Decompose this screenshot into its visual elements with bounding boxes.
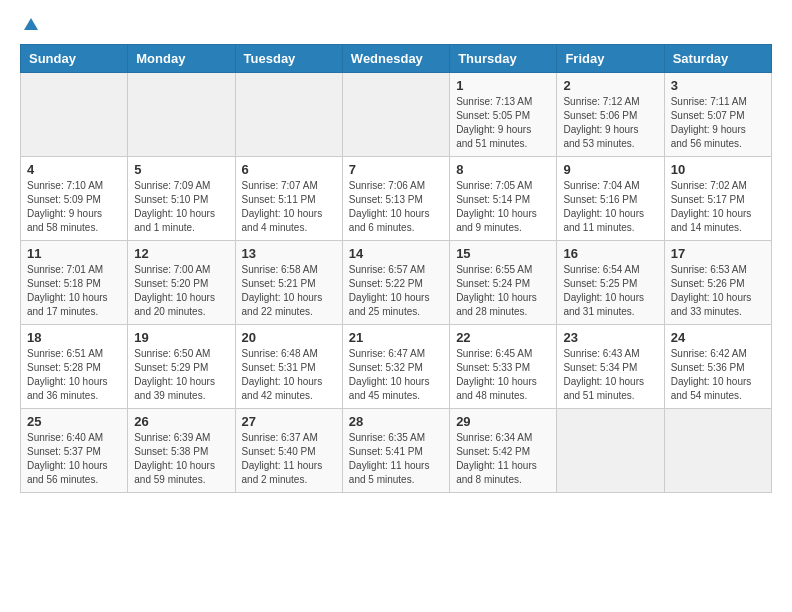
day-info: Sunrise: 6:55 AM Sunset: 5:24 PM Dayligh… (456, 263, 550, 319)
calendar-cell: 10Sunrise: 7:02 AM Sunset: 5:17 PM Dayli… (664, 157, 771, 241)
calendar-cell: 8Sunrise: 7:05 AM Sunset: 5:14 PM Daylig… (450, 157, 557, 241)
calendar-cell: 5Sunrise: 7:09 AM Sunset: 5:10 PM Daylig… (128, 157, 235, 241)
calendar-cell: 29Sunrise: 6:34 AM Sunset: 5:42 PM Dayli… (450, 409, 557, 493)
day-info: Sunrise: 7:12 AM Sunset: 5:06 PM Dayligh… (563, 95, 657, 151)
calendar-header-row: SundayMondayTuesdayWednesdayThursdayFrid… (21, 45, 772, 73)
day-number: 27 (242, 414, 336, 429)
calendar-cell (21, 73, 128, 157)
day-number: 8 (456, 162, 550, 177)
day-info: Sunrise: 6:50 AM Sunset: 5:29 PM Dayligh… (134, 347, 228, 403)
calendar-cell: 18Sunrise: 6:51 AM Sunset: 5:28 PM Dayli… (21, 325, 128, 409)
day-info: Sunrise: 7:01 AM Sunset: 5:18 PM Dayligh… (27, 263, 121, 319)
weekday-header: Sunday (21, 45, 128, 73)
day-info: Sunrise: 7:06 AM Sunset: 5:13 PM Dayligh… (349, 179, 443, 235)
day-info: Sunrise: 6:53 AM Sunset: 5:26 PM Dayligh… (671, 263, 765, 319)
day-info: Sunrise: 7:05 AM Sunset: 5:14 PM Dayligh… (456, 179, 550, 235)
day-number: 6 (242, 162, 336, 177)
logo-icon (22, 16, 40, 34)
day-number: 21 (349, 330, 443, 345)
day-number: 24 (671, 330, 765, 345)
day-info: Sunrise: 7:02 AM Sunset: 5:17 PM Dayligh… (671, 179, 765, 235)
calendar-week-row: 18Sunrise: 6:51 AM Sunset: 5:28 PM Dayli… (21, 325, 772, 409)
day-info: Sunrise: 7:09 AM Sunset: 5:10 PM Dayligh… (134, 179, 228, 235)
calendar-cell: 27Sunrise: 6:37 AM Sunset: 5:40 PM Dayli… (235, 409, 342, 493)
day-number: 11 (27, 246, 121, 261)
day-info: Sunrise: 6:43 AM Sunset: 5:34 PM Dayligh… (563, 347, 657, 403)
day-info: Sunrise: 6:42 AM Sunset: 5:36 PM Dayligh… (671, 347, 765, 403)
day-number: 7 (349, 162, 443, 177)
day-number: 4 (27, 162, 121, 177)
calendar-cell: 13Sunrise: 6:58 AM Sunset: 5:21 PM Dayli… (235, 241, 342, 325)
day-info: Sunrise: 6:45 AM Sunset: 5:33 PM Dayligh… (456, 347, 550, 403)
calendar-cell: 3Sunrise: 7:11 AM Sunset: 5:07 PM Daylig… (664, 73, 771, 157)
day-info: Sunrise: 6:47 AM Sunset: 5:32 PM Dayligh… (349, 347, 443, 403)
day-info: Sunrise: 6:57 AM Sunset: 5:22 PM Dayligh… (349, 263, 443, 319)
weekday-header: Monday (128, 45, 235, 73)
day-number: 14 (349, 246, 443, 261)
calendar-cell (235, 73, 342, 157)
day-number: 23 (563, 330, 657, 345)
calendar-cell (128, 73, 235, 157)
day-number: 3 (671, 78, 765, 93)
day-info: Sunrise: 7:00 AM Sunset: 5:20 PM Dayligh… (134, 263, 228, 319)
weekday-header: Thursday (450, 45, 557, 73)
day-number: 20 (242, 330, 336, 345)
calendar-cell: 12Sunrise: 7:00 AM Sunset: 5:20 PM Dayli… (128, 241, 235, 325)
day-info: Sunrise: 6:34 AM Sunset: 5:42 PM Dayligh… (456, 431, 550, 487)
calendar-cell: 26Sunrise: 6:39 AM Sunset: 5:38 PM Dayli… (128, 409, 235, 493)
calendar-week-row: 1Sunrise: 7:13 AM Sunset: 5:05 PM Daylig… (21, 73, 772, 157)
weekday-header: Saturday (664, 45, 771, 73)
day-info: Sunrise: 6:40 AM Sunset: 5:37 PM Dayligh… (27, 431, 121, 487)
weekday-header: Tuesday (235, 45, 342, 73)
day-info: Sunrise: 6:54 AM Sunset: 5:25 PM Dayligh… (563, 263, 657, 319)
day-info: Sunrise: 6:51 AM Sunset: 5:28 PM Dayligh… (27, 347, 121, 403)
calendar-cell (557, 409, 664, 493)
day-number: 28 (349, 414, 443, 429)
calendar-cell: 11Sunrise: 7:01 AM Sunset: 5:18 PM Dayli… (21, 241, 128, 325)
day-number: 2 (563, 78, 657, 93)
calendar-cell: 20Sunrise: 6:48 AM Sunset: 5:31 PM Dayli… (235, 325, 342, 409)
calendar-cell: 22Sunrise: 6:45 AM Sunset: 5:33 PM Dayli… (450, 325, 557, 409)
calendar-cell: 28Sunrise: 6:35 AM Sunset: 5:41 PM Dayli… (342, 409, 449, 493)
calendar-week-row: 11Sunrise: 7:01 AM Sunset: 5:18 PM Dayli… (21, 241, 772, 325)
day-info: Sunrise: 6:39 AM Sunset: 5:38 PM Dayligh… (134, 431, 228, 487)
day-number: 16 (563, 246, 657, 261)
calendar-cell (342, 73, 449, 157)
day-number: 9 (563, 162, 657, 177)
calendar-cell: 9Sunrise: 7:04 AM Sunset: 5:16 PM Daylig… (557, 157, 664, 241)
weekday-header: Wednesday (342, 45, 449, 73)
day-number: 22 (456, 330, 550, 345)
day-info: Sunrise: 7:04 AM Sunset: 5:16 PM Dayligh… (563, 179, 657, 235)
day-number: 18 (27, 330, 121, 345)
day-number: 17 (671, 246, 765, 261)
day-number: 26 (134, 414, 228, 429)
calendar-cell: 21Sunrise: 6:47 AM Sunset: 5:32 PM Dayli… (342, 325, 449, 409)
calendar-cell: 24Sunrise: 6:42 AM Sunset: 5:36 PM Dayli… (664, 325, 771, 409)
calendar-cell: 19Sunrise: 6:50 AM Sunset: 5:29 PM Dayli… (128, 325, 235, 409)
day-number: 25 (27, 414, 121, 429)
day-info: Sunrise: 7:10 AM Sunset: 5:09 PM Dayligh… (27, 179, 121, 235)
day-number: 12 (134, 246, 228, 261)
day-info: Sunrise: 6:48 AM Sunset: 5:31 PM Dayligh… (242, 347, 336, 403)
day-info: Sunrise: 6:37 AM Sunset: 5:40 PM Dayligh… (242, 431, 336, 487)
calendar-cell: 14Sunrise: 6:57 AM Sunset: 5:22 PM Dayli… (342, 241, 449, 325)
calendar-cell (664, 409, 771, 493)
calendar-cell: 16Sunrise: 6:54 AM Sunset: 5:25 PM Dayli… (557, 241, 664, 325)
weekday-header: Friday (557, 45, 664, 73)
day-info: Sunrise: 7:11 AM Sunset: 5:07 PM Dayligh… (671, 95, 765, 151)
calendar-cell: 6Sunrise: 7:07 AM Sunset: 5:11 PM Daylig… (235, 157, 342, 241)
day-number: 29 (456, 414, 550, 429)
day-info: Sunrise: 6:35 AM Sunset: 5:41 PM Dayligh… (349, 431, 443, 487)
day-number: 10 (671, 162, 765, 177)
calendar-table: SundayMondayTuesdayWednesdayThursdayFrid… (20, 44, 772, 493)
day-info: Sunrise: 7:07 AM Sunset: 5:11 PM Dayligh… (242, 179, 336, 235)
day-number: 13 (242, 246, 336, 261)
calendar-week-row: 4Sunrise: 7:10 AM Sunset: 5:09 PM Daylig… (21, 157, 772, 241)
calendar-cell: 1Sunrise: 7:13 AM Sunset: 5:05 PM Daylig… (450, 73, 557, 157)
day-info: Sunrise: 6:58 AM Sunset: 5:21 PM Dayligh… (242, 263, 336, 319)
calendar-cell: 25Sunrise: 6:40 AM Sunset: 5:37 PM Dayli… (21, 409, 128, 493)
calendar-cell: 15Sunrise: 6:55 AM Sunset: 5:24 PM Dayli… (450, 241, 557, 325)
page-header (20, 16, 772, 34)
calendar-week-row: 25Sunrise: 6:40 AM Sunset: 5:37 PM Dayli… (21, 409, 772, 493)
day-number: 19 (134, 330, 228, 345)
